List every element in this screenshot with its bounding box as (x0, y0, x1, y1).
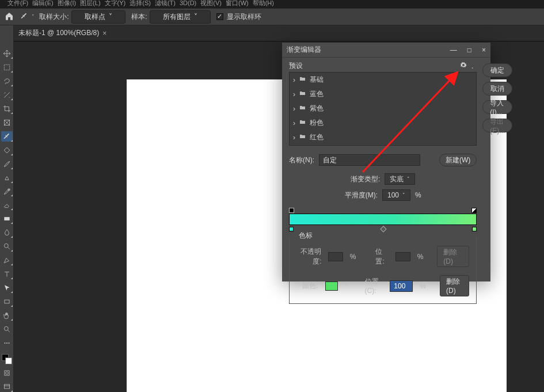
window-maximize-icon[interactable]: □ (467, 46, 471, 54)
eraser-tool-icon[interactable] (1, 200, 13, 210)
dialog-title: 渐变编辑器 (287, 45, 321, 55)
type-tool-icon[interactable] (1, 269, 13, 279)
eyedropper-tool-icon[interactable]: ˅ (20, 12, 33, 22)
presets-label: 预设 (289, 61, 303, 71)
chevron-right-icon: › (293, 105, 295, 113)
color-swatches[interactable] (2, 354, 12, 364)
screen-mode-icon[interactable] (1, 382, 13, 392)
svg-point-10 (8, 342, 9, 344)
percent-label: % (417, 253, 424, 261)
marquee-tool-icon[interactable] (1, 62, 13, 73)
chevron-right-icon: › (293, 76, 295, 84)
menu-filter[interactable]: 滤镜(T) (153, 0, 177, 6)
import-button[interactable]: 导入(I)... (482, 100, 512, 114)
gradient-type-label: 渐变类型: (351, 174, 380, 184)
delete-color-stop-button[interactable]: 删除(D) (440, 275, 469, 296)
preset-folder[interactable]: › 紫色 (290, 101, 476, 116)
smoothness-label: 平滑度(M): (345, 191, 378, 200)
show-sampling-ring-checkbox[interactable] (216, 13, 223, 20)
brush-tool-icon[interactable] (1, 159, 13, 169)
delete-opacity-stop-button: 删除(D) (437, 246, 469, 267)
menu-type[interactable]: 文字(Y) (103, 0, 128, 6)
opacity-stop[interactable] (471, 208, 477, 213)
folder-icon (299, 119, 306, 127)
document-tab[interactable]: 未标题-1 @ 100%(RGB/8) × (14, 28, 111, 38)
main-menu-bar: 文件(F) 编辑(E) 图像(I) 图层(L) 文字(Y) 选择(S) 滤镜(T… (0, 0, 544, 8)
healing-brush-tool-icon[interactable] (1, 145, 13, 155)
color-stop[interactable] (289, 227, 294, 231)
svg-point-7 (4, 326, 8, 330)
pen-tool-icon[interactable] (1, 255, 13, 265)
history-brush-tool-icon[interactable] (1, 187, 13, 197)
menu-select[interactable]: 选择(S) (128, 0, 153, 6)
window-minimize-icon[interactable]: — (450, 46, 457, 54)
preset-folder[interactable]: › 蓝色 (290, 87, 476, 101)
lasso-tool-icon[interactable] (1, 76, 13, 86)
folder-icon (299, 104, 306, 113)
svg-rect-2 (4, 147, 10, 153)
zoom-tool-icon[interactable] (1, 324, 13, 334)
menu-edit[interactable]: 编辑(E) (31, 0, 55, 6)
background-swatch[interactable] (5, 357, 12, 364)
menu-view[interactable]: 视图(V) (199, 0, 223, 6)
hand-tool-icon[interactable] (1, 310, 13, 321)
dialog-titlebar[interactable]: 渐变编辑器 — □ × (282, 43, 490, 58)
position-input[interactable] (390, 280, 413, 292)
folder-icon (299, 75, 306, 84)
svg-point-12 (5, 372, 8, 375)
cancel-button[interactable]: 取消 (482, 82, 512, 96)
frame-tool-icon[interactable] (1, 117, 13, 128)
new-button[interactable]: 新建(W) (439, 154, 477, 166)
presets-list[interactable]: › 基础 › 蓝色 › 紫色 › 粉色 (289, 72, 477, 146)
gradient-tool-icon[interactable] (1, 214, 13, 224)
gradient-ramp[interactable] (289, 208, 477, 238)
opacity-stop[interactable] (289, 208, 294, 213)
svg-rect-4 (4, 217, 9, 220)
preset-folder[interactable]: › 粉色 (290, 116, 476, 130)
gradient-editor-dialog: 渐变编辑器 — □ × 预设 . › 基础 (282, 43, 490, 281)
gradient-bar[interactable] (289, 214, 477, 225)
dodge-tool-icon[interactable] (1, 241, 13, 252)
eyedropper-tool-icon-selected[interactable] (1, 131, 13, 142)
home-icon[interactable] (5, 12, 14, 22)
folder-icon (299, 90, 306, 98)
sample-size-select[interactable]: 取样点 ˅ (71, 10, 126, 24)
ok-button[interactable]: 确定 (482, 63, 512, 77)
svg-rect-13 (4, 385, 9, 389)
export-button: 导出(E)... (482, 119, 512, 132)
color-swatch[interactable] (325, 281, 338, 291)
window-close-icon[interactable]: × (482, 46, 486, 54)
menu-window[interactable]: 窗口(W) (224, 0, 250, 6)
sample-target-select[interactable]: 所有图层 ˅ (150, 10, 211, 24)
color-stop[interactable] (472, 227, 477, 231)
menu-help[interactable]: 帮助(H) (251, 0, 276, 6)
smoothness-input[interactable]: 100˅ (382, 189, 410, 201)
wand-tool-icon[interactable] (1, 90, 13, 100)
svg-rect-0 (4, 64, 9, 70)
path-selection-tool-icon[interactable] (1, 283, 13, 293)
gradient-name-input[interactable] (319, 154, 420, 166)
quick-mask-icon[interactable] (1, 368, 13, 378)
preset-folder-label: 粉色 (310, 118, 324, 128)
clone-stamp-tool-icon[interactable] (1, 173, 13, 183)
rectangle-tool-icon[interactable] (1, 296, 13, 307)
svg-rect-6 (4, 300, 9, 303)
move-tool-icon[interactable] (1, 48, 13, 59)
color-label: 颜色: (296, 281, 318, 291)
gear-icon[interactable] (460, 62, 467, 70)
gradient-type-select[interactable]: 实底˅ (385, 173, 415, 185)
crop-tool-icon[interactable] (1, 104, 13, 114)
presets-flyout-icon[interactable]: . (471, 62, 473, 70)
preset-folder-label: 红色 (310, 132, 324, 142)
percent-label: % (420, 282, 426, 290)
menu-layer[interactable]: 图层(L) (78, 0, 102, 6)
document-tab-close-icon[interactable]: × (102, 29, 106, 37)
preset-folder[interactable]: › 基础 (290, 73, 476, 87)
midpoint-stop[interactable] (380, 226, 386, 232)
edit-toolbar-icon[interactable] (1, 338, 13, 348)
preset-folder[interactable]: › 红色 (290, 130, 476, 144)
menu-image[interactable]: 图像(I) (56, 0, 78, 6)
blur-tool-icon[interactable] (1, 227, 13, 238)
menu-3d[interactable]: 3D(D) (178, 0, 198, 6)
menu-file[interactable]: 文件(F) (6, 0, 30, 6)
